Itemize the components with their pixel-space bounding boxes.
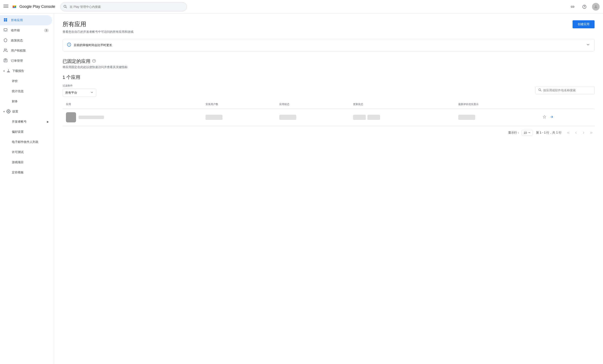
pagination: 显示行： 10 第 1 - 1 行，共 1 行 [63,129,594,136]
cell-app [63,109,202,126]
sidebar-item-game-projects[interactable]: 游戏项目 [9,157,52,167]
sidebar-item-pricing-templates-label: 定价模板 [12,171,49,174]
sidebar-item-reviews[interactable]: 评价 [9,76,52,86]
menu-icon[interactable] [3,4,9,10]
sidebar-item-license-test[interactable]: 许可测试 [9,147,52,157]
update-status-placeholder [353,115,452,120]
svg-point-25 [69,45,69,46]
next-page-button[interactable] [580,129,587,136]
notice-chevron-icon[interactable] [586,43,590,48]
table-row[interactable] [63,109,594,126]
sidebar-item-users-label: 用户和权限 [11,49,49,53]
filter-group: 过滤条件 所有平台 [63,84,96,97]
sidebar-group-settings-label: 设置 [12,110,18,114]
create-app-button[interactable]: 创建应用 [573,20,594,28]
logo-icon [11,3,18,10]
sidebar-item-dev-account[interactable]: 开发者帐号 ▶ [9,117,52,127]
sidebar-item-finance[interactable]: 财务 [9,96,52,106]
cell-installs [202,109,276,126]
app-search-icon [538,88,542,92]
prev-page-button[interactable] [573,129,579,136]
layout: 所有应用 收件箱 3 政策状态 用户和权限 [0,0,603,364]
logo-text: Google Play Console [19,4,55,9]
all-apps-icon [3,18,8,23]
first-page-button[interactable] [565,129,572,136]
col-installs: 安装用户数 [202,100,276,109]
sidebar-item-preferences[interactable]: 偏好设置 [9,127,52,137]
topbar-search-input[interactable] [60,2,187,12]
link-icon-btn[interactable] [568,2,577,11]
pagination-info: 第 1 - 1 行，共 1 行 [536,131,562,135]
sidebar-sub-settings: 开发者帐号 ▶ 偏好设置 电子邮件收件人列表 许可测试 游戏项目 定价模板 [0,117,54,177]
main-content: 所有应用 创建应用 查看您在自己的开发者帐号中可访问的所有应用和游戏 目前的审核… [54,13,603,364]
sidebar-item-users[interactable]: 用户和权限 [0,46,52,56]
svg-rect-11 [4,20,5,21]
app-icon [66,112,76,122]
notice-text: 目前的审核时间会比平时更长 [74,43,583,47]
notice-banner: 目前的审核时间会比平时更长 [63,39,594,51]
svg-rect-12 [6,20,7,21]
sidebar-item-finance-label: 财务 [12,100,49,103]
user-avatar[interactable] [592,3,600,11]
app-status-placeholder [279,115,296,120]
topbar-search-icon [63,4,67,9]
sidebar-item-policy[interactable]: 政策状态 [0,35,52,46]
rows-select[interactable]: 10 [522,130,533,136]
rating-placeholder [458,115,475,120]
rows-per-page: 显示行： 10 [508,130,533,136]
sidebar-item-stats[interactable]: 统计信息 [9,86,52,96]
cell-update-status [350,109,455,126]
apps-count: 1 个应用 [63,74,594,81]
notice-info-icon [67,43,71,48]
installs-placeholder [206,115,222,120]
last-page-button[interactable] [588,129,594,136]
sidebar-item-all-apps-label: 所有应用 [11,18,49,22]
navigate-icon[interactable] [550,115,554,120]
pinned-section-title: 已固定的应用 [63,58,594,64]
cell-app-status [276,109,350,126]
sidebar-item-license-test-label: 许可测试 [12,150,49,154]
filter-dropdown-arrow-icon [90,91,93,95]
sidebar: 所有应用 收件箱 3 政策状态 用户和权限 [0,13,54,364]
svg-rect-10 [6,18,7,20]
help-icon-btn[interactable] [580,2,589,11]
apps-table: 应用 安装用户数 应用状态 更新状态 最新评价优先显示 [63,100,594,126]
sidebar-group-reports-toggle[interactable]: ▾ 下载报告 [0,66,54,76]
settings-icon [6,109,11,114]
sidebar-item-inbox[interactable]: 收件箱 3 [0,25,52,35]
pinned-help-icon[interactable] [92,59,96,64]
rows-label: 显示行： [508,131,520,135]
row-actions [543,115,591,120]
pinned-title-text: 已固定的应用 [63,58,91,64]
sidebar-item-orders[interactable]: 订单管理 [0,56,52,66]
svg-point-7 [584,7,585,8]
sidebar-item-stats-label: 统计信息 [12,89,49,93]
svg-rect-9 [4,18,5,20]
sidebar-item-email-list[interactable]: 电子邮件收件人列表 [9,137,52,147]
sidebar-item-pricing-templates[interactable]: 定价模板 [9,167,52,177]
sidebar-item-policy-label: 政策状态 [11,39,49,43]
apps-table-body [63,109,594,126]
cell-rating [455,109,539,126]
pin-icon[interactable] [543,115,546,120]
topbar: Google Play Console [0,0,603,13]
svg-point-22 [8,111,9,112]
topbar-search [60,2,187,12]
svg-line-29 [540,91,541,91]
platform-filter-select[interactable]: 所有平台 [63,89,96,97]
app-search-input[interactable] [543,89,592,92]
inbox-icon [3,28,8,33]
reports-icon [6,69,11,74]
sidebar-item-all-apps[interactable]: 所有应用 [0,15,52,25]
app-search-box [535,86,594,94]
update-block-1 [353,115,366,120]
col-app: 应用 [63,100,202,109]
sidebar-group-settings-toggle[interactable]: ▾ 设置 [0,106,54,117]
page-subtitle: 查看您在自己的开发者帐号中可访问的所有应用和游戏 [63,30,594,34]
svg-rect-20 [5,58,5,59]
sidebar-item-game-projects-label: 游戏项目 [12,160,49,164]
col-app-status: 应用状态 [276,100,350,109]
topbar-right [568,2,600,11]
update-block-2 [367,115,380,120]
sidebar-item-reviews-label: 评价 [12,79,49,83]
